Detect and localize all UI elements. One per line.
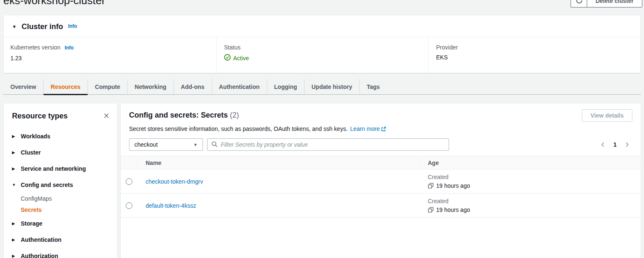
- cluster-info-header: ▼ Cluster info Info: [4, 15, 640, 37]
- previous-page-button[interactable]: [599, 140, 607, 149]
- copy-icon: [428, 184, 434, 190]
- sidebar-item-configmaps[interactable]: ConfigMaps: [21, 193, 117, 204]
- age-cell: Created 19 hours ago: [420, 174, 641, 189]
- chevron-right-icon: [624, 143, 630, 149]
- expand-icon: ▶: [12, 221, 16, 226]
- chevron-left-icon: [600, 143, 606, 149]
- table-row: checkout-token-dmgrv Created 19 hours ag…: [121, 170, 641, 194]
- tab-networking[interactable]: Networking: [128, 79, 174, 94]
- age-created-label: Created: [428, 198, 641, 204]
- expand-icon: ▶: [12, 254, 16, 258]
- secrets-table: Name Age checkout-token-dmgrv Created 19…: [121, 156, 641, 218]
- provider-field: Provider EKS: [428, 37, 640, 73]
- cluster-info-info-link[interactable]: Info: [68, 22, 77, 30]
- caret-down-icon: ▼: [193, 143, 198, 147]
- filter-scope-dropdown[interactable]: checkout ▼: [129, 138, 203, 151]
- kubernetes-version-value: 1.23: [10, 55, 208, 61]
- search-input[interactable]: [221, 141, 445, 148]
- close-panel-button[interactable]: [102, 112, 110, 120]
- cluster-tabs: Overview Resources Compute Networking Ad…: [3, 79, 641, 95]
- search-icon: [211, 141, 218, 149]
- page-number[interactable]: 1: [613, 141, 617, 148]
- panel-description: Secret stores sensitive information, suc…: [121, 122, 641, 133]
- kubernetes-version-label: Kubernetes version: [10, 44, 61, 51]
- copy-button[interactable]: [428, 207, 434, 213]
- delete-cluster-button[interactable]: Delete cluster: [587, 0, 642, 7]
- collapse-icon: ▼: [12, 183, 16, 187]
- kubernetes-version-field: Kubernetes version Info 1.23: [4, 37, 216, 73]
- row-radio-button[interactable]: [126, 178, 132, 185]
- provider-value: EKS: [436, 54, 632, 61]
- kubernetes-version-info-link[interactable]: Info: [65, 44, 74, 52]
- expand-icon: ▶: [12, 167, 16, 171]
- tab-logging[interactable]: Logging: [267, 79, 305, 94]
- sidebar-item-config-and-secrets[interactable]: ▼ Config and secrets: [12, 177, 117, 193]
- cluster-info-body: Kubernetes version Info 1.23 Status Acti…: [4, 37, 640, 73]
- tab-compute[interactable]: Compute: [88, 79, 128, 94]
- status-badge: Active: [233, 55, 249, 61]
- table-row: default-token-4kssz Created 19 hours ago: [121, 194, 641, 218]
- expand-icon: ▶: [12, 238, 16, 242]
- learn-more-link[interactable]: Learn more: [350, 125, 387, 132]
- resource-types-panel: Resource types ▶ Workloads ▶ Cluster ▶ S…: [3, 103, 117, 258]
- sidebar-item-workloads[interactable]: ▶ Workloads: [12, 128, 117, 144]
- tab-authentication[interactable]: Authentication: [212, 79, 267, 94]
- resource-types-title: Resource types: [12, 112, 68, 120]
- dropdown-value: checkout: [134, 141, 158, 148]
- sidebar-item-storage[interactable]: ▶ Storage: [12, 215, 117, 231]
- item-count: (2): [230, 111, 239, 119]
- expand-icon: ▶: [12, 134, 16, 138]
- sidebar-item-cluster[interactable]: ▶ Cluster: [12, 144, 117, 160]
- provider-label: Provider: [436, 44, 458, 51]
- secret-name-link[interactable]: default-token-4kssz: [146, 202, 196, 209]
- age-value: 19 hours ago: [436, 206, 470, 213]
- tab-add-ons[interactable]: Add-ons: [174, 79, 212, 94]
- view-details-button[interactable]: View details: [582, 109, 632, 122]
- tab-overview[interactable]: Overview: [3, 79, 44, 94]
- close-icon: [103, 114, 110, 120]
- age-value: 19 hours ago: [436, 182, 470, 189]
- expand-icon: ▶: [12, 150, 16, 155]
- sidebar-item-secrets[interactable]: Secrets: [21, 204, 117, 215]
- row-radio-button[interactable]: [126, 202, 132, 209]
- cluster-info-section: ▼ Cluster info Info Kubernetes version I…: [3, 15, 641, 73]
- age-column-header: Age: [420, 160, 641, 166]
- cluster-info-title: Cluster info: [22, 22, 63, 31]
- status-active-icon: [224, 54, 231, 62]
- secrets-panel: Config and secrets: Secrets(2) View deta…: [120, 103, 641, 258]
- tab-resources[interactable]: Resources: [44, 79, 88, 94]
- status-label: Status: [224, 44, 241, 51]
- tab-update-history[interactable]: Update history: [305, 79, 360, 94]
- refresh-button[interactable]: [571, 0, 588, 7]
- sidebar-item-authorization[interactable]: ▶ Authorization: [12, 248, 117, 258]
- page-title: eks-workshop-cluster: [3, 0, 105, 7]
- external-link-icon: [381, 126, 386, 133]
- search-box: [207, 138, 449, 151]
- selection-column-header: [121, 156, 137, 169]
- pagination: 1: [599, 140, 632, 149]
- copy-icon: [428, 208, 434, 214]
- age-created-label: Created: [428, 174, 641, 180]
- table-header-row: Name Age: [121, 156, 641, 170]
- collapse-section-icon[interactable]: ▼: [12, 22, 17, 31]
- eks-cluster-page: eks-workshop-cluster Delete cluster ▼ Cl…: [0, 0, 644, 258]
- sidebar-item-authentication[interactable]: ▶ Authentication: [12, 231, 117, 248]
- tab-tags[interactable]: Tags: [360, 79, 387, 94]
- refresh-icon: [576, 0, 583, 5]
- name-column-header: Name: [137, 156, 420, 169]
- panel-title: Config and secrets: Secrets(2): [129, 111, 239, 120]
- copy-button[interactable]: [428, 183, 434, 189]
- status-field: Status Active: [216, 37, 428, 73]
- secret-name-link[interactable]: checkout-token-dmgrv: [146, 178, 203, 185]
- sidebar-item-service-and-networking[interactable]: ▶ Service and networking: [12, 160, 117, 177]
- age-cell: Created 19 hours ago: [420, 198, 641, 213]
- next-page-button[interactable]: [623, 140, 631, 149]
